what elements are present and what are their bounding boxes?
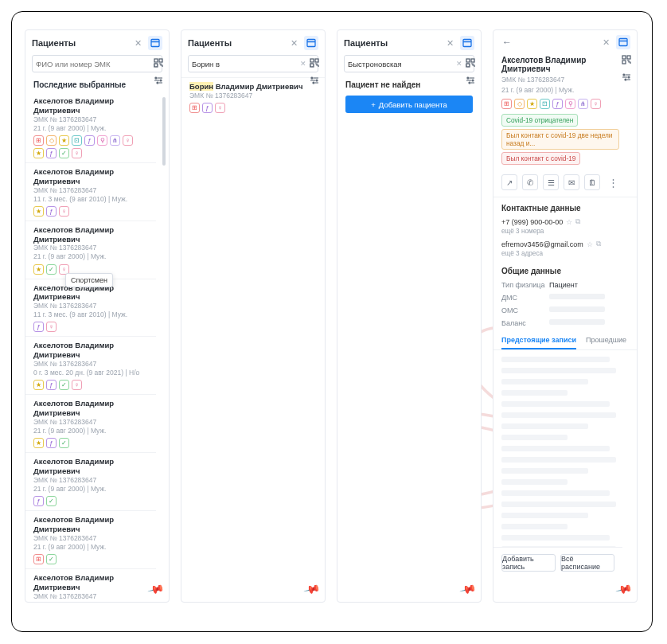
email-more[interactable]: ещё 3 адреса <box>493 250 637 260</box>
list-item[interactable]: Акселотов Владимир ДмитриевичЭМК № 13762… <box>25 336 156 394</box>
search-input[interactable]: ✕ ⌕ <box>188 55 318 72</box>
item-emk: ЭМК № 1376283647 <box>33 115 148 124</box>
item-meta: 11 г. 3 мес. (9 авг 2010) | Муж. <box>33 310 148 319</box>
panel-title: Пациенты <box>344 38 439 48</box>
tab-past[interactable]: Прошедшие <box>586 336 626 349</box>
item-emk: ЭМК № 1376283647 <box>33 476 148 485</box>
qr-icon[interactable] <box>619 53 634 67</box>
item-meta: 0 г. 3 мес. 20 дн. (9 авг 2021) | Н/о <box>33 369 148 377</box>
list-item[interactable]: Акселотов Владимир ДмитриевичЭМК № 13762… <box>25 568 156 602</box>
more-icon[interactable]: ⋮ <box>605 174 621 190</box>
patients-panel-list: Пациенты ✕ ⌕ Последние выбранные Акселот… <box>25 29 170 603</box>
search-field[interactable] <box>192 60 298 68</box>
close-icon[interactable]: ✕ <box>287 36 301 50</box>
search-input[interactable]: ⌕ <box>32 55 162 72</box>
item-meta: 11 г. 3 мес. (9 авг 2010) | Муж. <box>33 195 148 204</box>
svg-point-33 <box>469 82 470 84</box>
list-item[interactable]: Акселотов Владимир ДмитриевичЭМК № 13762… <box>25 510 156 568</box>
chat-icon[interactable]: ✉ <box>564 174 579 190</box>
card-mode-icon[interactable] <box>148 36 162 50</box>
list-item[interactable]: Акселотов Владимир ДмитриевичЭМК № 13762… <box>25 92 156 162</box>
svg-point-18 <box>311 77 313 79</box>
list-item[interactable]: Акселотов Владимир ДмитриевичЭМК № 13762… <box>25 394 156 452</box>
status-badge: ⊞ <box>33 135 44 146</box>
email-line[interactable]: efremov3456@gmail.com ☆ ⧉ <box>493 238 637 250</box>
qr-icon[interactable] <box>463 56 478 70</box>
qr-icon[interactable] <box>151 56 166 70</box>
placeholder-balance <box>549 319 605 325</box>
status-badge: ★ <box>33 380 44 390</box>
tab-upcoming[interactable]: Предстоящие записи <box>501 336 576 349</box>
list-item[interactable]: Акселотов Владимир ДмитриевичЭМК № 13762… <box>25 452 156 510</box>
phone-more[interactable]: ещё 3 номера <box>493 228 637 238</box>
search-field[interactable] <box>36 60 153 68</box>
star-icon[interactable]: ☆ <box>587 240 593 248</box>
svg-rect-16 <box>315 59 318 62</box>
search-input[interactable]: ✕ ⌕ <box>344 55 474 72</box>
item-name: Акселотов Владимир Дмитриевич <box>33 341 148 360</box>
svg-rect-6 <box>154 64 158 67</box>
scrollbar[interactable] <box>162 97 166 166</box>
filter-icon[interactable] <box>307 73 322 88</box>
svg-point-11 <box>157 82 158 84</box>
list-item[interactable]: Акселотов Владимир ДмитриевичЭМК № 13762… <box>25 162 156 221</box>
close-icon[interactable]: ✕ <box>599 35 613 49</box>
status-badge: ♀ <box>123 135 133 146</box>
section-contacts: Контактные данные <box>493 197 637 216</box>
item-emk: ЭМК № 1376283647 <box>33 418 148 427</box>
qr-icon[interactable] <box>307 56 322 70</box>
list-item[interactable]: Борин Владимир Дмитриевич ЭМК № 13762836… <box>181 77 325 117</box>
call-icon[interactable]: ✆ <box>522 174 538 190</box>
star-icon[interactable]: ☆ <box>566 218 572 226</box>
status-badge: ★ <box>59 135 69 146</box>
status-badge: ♀ <box>591 99 601 109</box>
phone-line[interactable]: +7 (999) 900-00-00 ☆ ⧉ <box>493 216 637 228</box>
close-icon[interactable]: ✕ <box>131 36 145 50</box>
svg-point-42 <box>628 76 630 78</box>
filter-icon[interactable] <box>463 73 478 88</box>
status-badge: ★ <box>33 148 44 158</box>
item-name: Акселотов Владимир Дмитриевич <box>33 515 148 534</box>
search-field[interactable] <box>348 60 454 68</box>
add-patient-button[interactable]: + Добавить пациента <box>345 96 473 113</box>
back-icon[interactable]: ← <box>500 35 514 49</box>
card-mode-icon[interactable] <box>460 36 474 50</box>
item-name: Акселотов Владимир Дмитриевич <box>33 573 148 592</box>
label-oms: ОМС <box>501 306 549 314</box>
svg-point-29 <box>467 77 469 79</box>
list-icon[interactable]: ☰ <box>543 174 559 190</box>
item-meta: 21 г. (9 авг 2000) | Муж. <box>33 543 148 552</box>
filter-icon[interactable] <box>619 70 634 84</box>
svg-rect-27 <box>471 59 474 62</box>
svg-rect-24 <box>463 40 471 47</box>
filter-icon[interactable] <box>151 73 166 88</box>
status-badge: ◇ <box>514 99 525 109</box>
status-badge: ◇ <box>46 135 57 146</box>
close-icon[interactable]: ✕ <box>443 36 457 50</box>
section-general: Общие данные <box>493 260 637 279</box>
full-schedule-button[interactable]: Всё расписание <box>560 554 614 572</box>
status-badge: ⊡ <box>540 99 550 109</box>
copy-icon[interactable]: ⧉ <box>575 217 580 226</box>
open-external-icon[interactable]: ↗ <box>501 174 517 190</box>
status-badge: ✓ <box>46 264 57 275</box>
item-name: Акселотов Владимир Дмитриевич <box>33 457 148 476</box>
calendar-icon[interactable]: 🗓 <box>584 174 600 190</box>
card-mode-icon[interactable] <box>616 35 630 49</box>
item-emk: ЭМК № 1376283647 <box>33 360 148 369</box>
item-emk: ЭМК № 1376283647 <box>33 186 148 195</box>
status-badge: ✓ <box>46 554 57 564</box>
svg-rect-2 <box>151 40 159 47</box>
status-badge: ƒ <box>46 438 57 448</box>
status-badge: ⊞ <box>189 103 200 113</box>
copy-icon[interactable]: ⧉ <box>596 240 601 248</box>
item-name: Акселотов Владимир Дмитриевич <box>33 167 148 186</box>
list-item[interactable]: Акселотов Владимир ДмитриевичЭМК № 13762… <box>25 221 156 279</box>
covid-status-chip: Covid-19 отрицателен <box>501 114 578 127</box>
card-mode-icon[interactable] <box>304 36 318 50</box>
pin-icon[interactable]: 📌 <box>458 580 477 598</box>
add-record-button[interactable]: Добавить запись <box>501 554 556 572</box>
svg-rect-35 <box>619 39 627 46</box>
pin-icon[interactable]: 📌 <box>302 580 321 598</box>
status-badge: ⊞ <box>33 554 44 564</box>
